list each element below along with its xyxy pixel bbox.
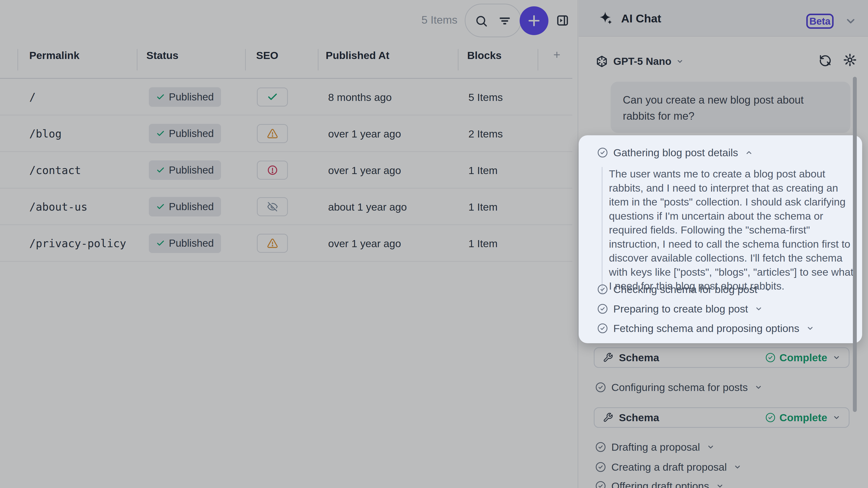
- chevron-down-icon: [806, 324, 814, 332]
- check-circle-icon: [597, 323, 608, 334]
- reasoning-step-label: Preparing to create blog post: [613, 303, 748, 315]
- reasoning-step-label: Checking schema for blog post: [613, 284, 757, 295]
- chevron-down-icon: [764, 286, 772, 293]
- chat-scrollbar[interactable]: [853, 77, 857, 412]
- check-circle-icon: [597, 284, 608, 295]
- reasoning-step-label: Fetching schema and proposing options: [613, 323, 800, 334]
- reasoning-step[interactable]: Fetching schema and proposing options: [597, 321, 814, 335]
- reasoning-body-text: The user wants me to create a blog post …: [601, 167, 857, 293]
- chevron-down-icon: [755, 305, 763, 313]
- reasoning-card: Gathering blog post details The user wan…: [579, 135, 862, 343]
- reasoning-step[interactable]: Preparing to create blog post: [597, 302, 763, 316]
- reasoning-step-expanded[interactable]: Gathering blog post details: [597, 145, 753, 160]
- chevron-up-icon: [745, 149, 753, 157]
- check-circle-icon: [597, 303, 608, 314]
- reasoning-step[interactable]: Checking schema for blog post: [597, 282, 772, 296]
- reasoning-step-label: Gathering blog post details: [613, 147, 738, 159]
- check-circle-icon: [597, 147, 608, 158]
